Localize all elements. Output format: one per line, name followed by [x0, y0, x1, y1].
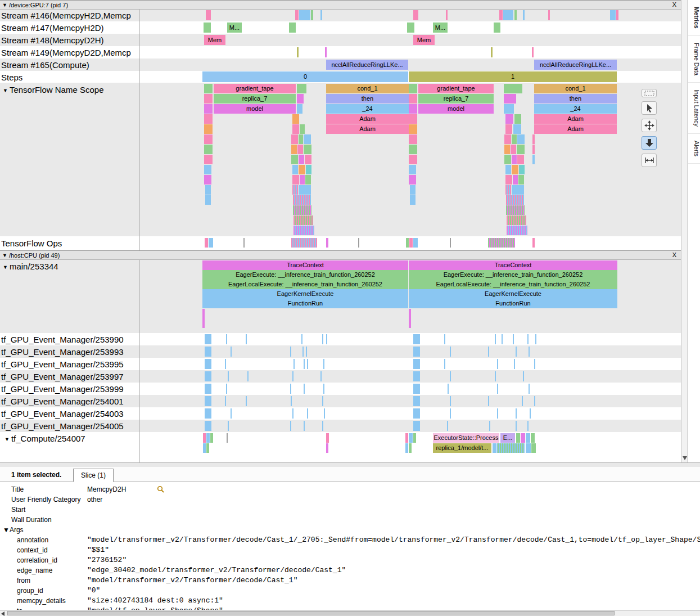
trace-slice[interactable]: EagerExecute: __inference_train_function…: [202, 270, 408, 280]
trace-slice[interactable]: [504, 104, 514, 114]
trace-slice[interactable]: [304, 359, 305, 369]
trace-slice[interactable]: [304, 384, 305, 394]
trace-slice[interactable]: cond_1: [534, 84, 617, 93]
trace-slice[interactable]: [247, 371, 249, 381]
trace-slice[interactable]: [300, 175, 305, 185]
trace-slice[interactable]: [205, 421, 211, 431]
trace-slice[interactable]: [325, 47, 327, 57]
collapse-triangle-icon[interactable]: ▼: [3, 264, 8, 270]
trace-slice[interactable]: TraceContext: [409, 260, 617, 270]
trace-slice[interactable]: [291, 134, 298, 144]
trace-slice[interactable]: [299, 185, 311, 195]
trace-slice[interactable]: [297, 145, 303, 154]
trace-slice[interactable]: [409, 114, 417, 124]
trace-slice[interactable]: [409, 433, 413, 443]
trace-slice[interactable]: [413, 238, 418, 248]
trace-slice[interactable]: [226, 384, 227, 394]
trace-slice[interactable]: [497, 408, 498, 419]
trace-slice[interactable]: [291, 238, 317, 248]
trace-slice[interactable]: [202, 309, 205, 328]
args-section-header[interactable]: ▼Args: [3, 525, 700, 535]
trace-slice[interactable]: [292, 165, 298, 174]
trace-slice[interactable]: [204, 124, 213, 134]
trace-slice[interactable]: [299, 10, 310, 20]
trace-slice[interactable]: [409, 165, 416, 174]
trace-slice[interactable]: [405, 433, 408, 443]
trace-slice[interactable]: [497, 384, 498, 394]
trace-slice[interactable]: [407, 23, 414, 33]
trace-slice[interactable]: [507, 215, 526, 225]
trace-slice[interactable]: [529, 384, 530, 394]
trace-slice[interactable]: [205, 334, 211, 344]
trace-slice[interactable]: [413, 433, 416, 443]
scroll-down-arrow-icon[interactable]: [683, 456, 687, 460]
trace-horizontal-scrollbar[interactable]: [0, 462, 700, 467]
timing-tool-button[interactable]: [642, 154, 657, 167]
trace-slice[interactable]: [516, 347, 517, 357]
row-label-event-254003[interactable]: tf_GPU_Event_Manager/254003: [1, 409, 124, 419]
trace-slice[interactable]: [527, 334, 529, 344]
trace-slice[interactable]: [413, 10, 418, 20]
trace-slice[interactable]: [299, 155, 304, 164]
trace-slice[interactable]: [297, 84, 306, 93]
trace-slice[interactable]: [299, 134, 303, 144]
trace-slice[interactable]: [326, 443, 328, 453]
trace-slice[interactable]: [504, 94, 516, 104]
trace-slice[interactable]: [322, 396, 323, 406]
row-label-stream147[interactable]: Stream #147(MemcpyH2D): [1, 23, 104, 33]
trace-slice[interactable]: [512, 155, 517, 164]
trace-slice[interactable]: [291, 155, 298, 164]
trace-slice[interactable]: [225, 359, 226, 369]
trace-slice[interactable]: [246, 396, 247, 406]
trace-slice[interactable]: [444, 359, 445, 369]
trace-slice[interactable]: [204, 165, 211, 174]
trace-slice[interactable]: [304, 134, 311, 144]
trace-slice[interactable]: [513, 124, 521, 134]
trace-slice[interactable]: [204, 145, 213, 154]
trace-slice[interactable]: [496, 443, 525, 453]
scroll-left-arrow-icon[interactable]: [1, 611, 4, 616]
row-label-tf-compute[interactable]: ▼tf_Compute/254007: [4, 434, 85, 443]
trace-slice[interactable]: _24: [326, 104, 409, 114]
trace-slice[interactable]: [495, 371, 496, 381]
trace-slice[interactable]: [205, 238, 208, 248]
trace-slice[interactable]: [413, 384, 420, 394]
trace-slice[interactable]: ExecutorState::Process: [433, 433, 499, 443]
trace-slice[interactable]: [311, 10, 313, 20]
trace-slice[interactable]: [204, 114, 213, 124]
trace-slice[interactable]: Adam: [326, 114, 409, 124]
trace-slice[interactable]: [290, 347, 291, 357]
trace-slice[interactable]: EagerKernelExecute: [409, 289, 617, 299]
trace-slice[interactable]: [205, 408, 211, 419]
trace-slice[interactable]: EagerLocalExecute: __inference_train_fun…: [409, 280, 617, 289]
trace-slice[interactable]: [514, 114, 521, 124]
trace-slice[interactable]: [297, 47, 299, 57]
trace-slice[interactable]: [505, 175, 512, 185]
trace-slice[interactable]: [305, 155, 311, 164]
trace-slice[interactable]: [293, 195, 311, 205]
trace-slice[interactable]: Adam: [534, 114, 617, 124]
trace-slice[interactable]: [504, 155, 511, 164]
trace-slice[interactable]: [227, 433, 228, 443]
trace-slice[interactable]: [323, 384, 324, 394]
trace-slice[interactable]: [302, 347, 304, 357]
tab-metrics[interactable]: Metrics: [688, 0, 700, 36]
trace-slice[interactable]: [517, 145, 525, 154]
row-label-stream149[interactable]: Stream #149(MemcpyD2D,Memcp: [1, 48, 131, 57]
collapse-triangle-icon[interactable]: ▼: [4, 437, 10, 442]
trace-slice[interactable]: [406, 238, 409, 248]
trace-slice[interactable]: [410, 195, 416, 205]
trace-slice[interactable]: [450, 408, 451, 419]
trace-slice[interactable]: [488, 347, 489, 357]
trace-slice[interactable]: [306, 347, 307, 357]
trace-slice[interactable]: [535, 334, 536, 344]
trace-slice[interactable]: [516, 433, 520, 443]
trace-slice[interactable]: [517, 155, 524, 164]
trace-slice[interactable]: [532, 238, 535, 248]
trace-slice[interactable]: [300, 124, 305, 134]
trace-slice[interactable]: [320, 371, 322, 381]
trace-slice[interactable]: [205, 396, 211, 406]
trace-slice[interactable]: [519, 165, 525, 174]
trace-slice[interactable]: [532, 134, 535, 144]
trace-slice[interactable]: [409, 124, 417, 134]
